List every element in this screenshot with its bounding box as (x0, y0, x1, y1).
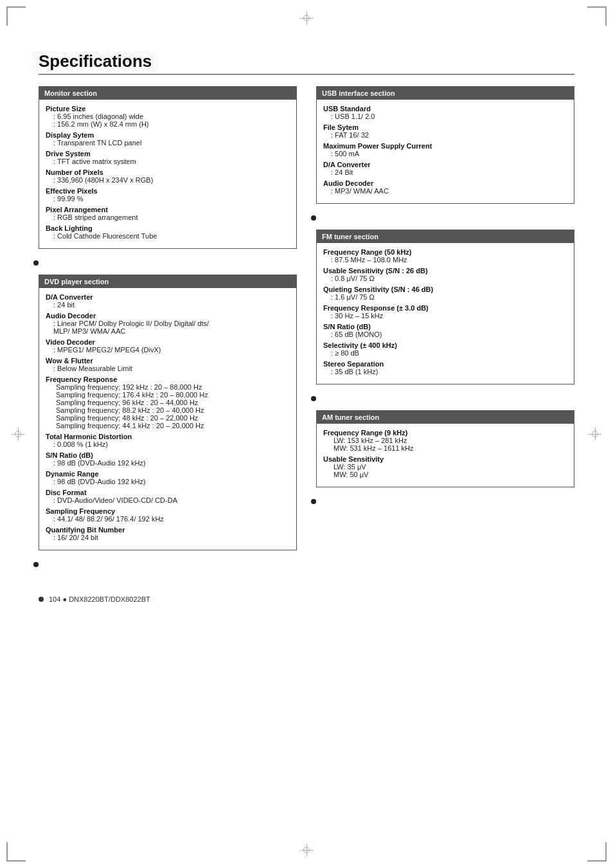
crosshair-right (589, 428, 601, 440)
spec-label: Effective Pixels (46, 187, 290, 195)
spec-usable-sensitivity: Usable Sensitivity (S/N : 26 dB) : 0.8 μ… (323, 267, 567, 282)
am-section-body: Frequency Range (9 kHz) LW: 153 kHz – 28… (317, 424, 574, 487)
left-column: Monitor section Picture Size : 6.95 inch… (39, 86, 297, 576)
spec-value: : 87.5 MHz – 108.0 MHz (323, 256, 567, 264)
spec-value: : 98 dB (DVD-Audio 192 kHz) (46, 459, 290, 467)
spec-number-of-pixels: Number of Pixels : 336,960 (480H x 234V … (46, 168, 290, 184)
spec-usb-standard: USB Standard : USB 1.1/ 2.0 (323, 105, 567, 120)
spec-value: : MPEG1/ MPEG2/ MPEG4 (DivX) (46, 346, 290, 354)
spec-label: Disc Format (46, 489, 290, 496)
spec-value: Sampling frequency; 192 kHz : 20 – 88,00… (46, 383, 290, 391)
spec-label: Picture Size (46, 105, 290, 113)
spec-value: : 500 mA (323, 150, 567, 158)
spec-label: Usable Sensitivity (S/N : 26 dB) (323, 267, 567, 275)
spec-value: : 1.6 μV/ 75 Ω (323, 293, 567, 301)
spec-value: : 0.008 % (1 kHz) (46, 440, 290, 448)
spec-back-lighting: Back Lighting : Cold Cathode Fluorescent… (46, 224, 290, 240)
spec-value: : USB 1.1/ 2.0 (323, 113, 567, 120)
spec-pixel-arrangement: Pixel Arrangement : RGB striped arrangem… (46, 206, 290, 221)
spec-value: : 156.2 mm (W) x 82.4 mm (H) (46, 120, 290, 128)
monitor-section-header: Monitor section (39, 87, 296, 100)
spec-label: Selectivity (± 400 kHz) (323, 341, 567, 349)
fm-section-body: Frequency Range (50 kHz) : 87.5 MHz – 10… (317, 243, 574, 384)
spec-fm-sn-ratio: S/N Ratio (dB) : 65 dB (MONO) (323, 323, 567, 338)
page-number: 104 ● DNX8220BT/DDX8022BT (49, 595, 150, 603)
spec-label: D/A Converter (46, 293, 290, 301)
spec-label: Quieting Sensitivity (S/N : 46 dB) (323, 285, 567, 293)
spec-value: : Below Measurable Limit (46, 365, 290, 372)
page-title: Specifications (39, 51, 152, 71)
spec-label: Drive System (46, 150, 290, 158)
spec-value: Sampling frequency; 44.1 kHz : 20 – 20,0… (46, 422, 290, 429)
spec-label: Frequency Range (9 kHz) (323, 429, 567, 437)
spec-fm-freq-range: Frequency Range (50 kHz) : 87.5 MHz – 10… (323, 248, 567, 264)
spec-audio-decoder: Audio Decoder : Linear PCM/ Dolby Prolog… (46, 312, 290, 335)
monitor-section: Monitor section Picture Size : 6.95 inch… (39, 86, 297, 249)
spec-dynamic-range: Dynamic Range : 98 dB (DVD-Audio 192 kHz… (46, 470, 290, 485)
bullet-separator-3 (314, 213, 574, 224)
spec-value: MW: 531 kHz – 1611 kHz (323, 444, 567, 452)
spec-video-decoder: Video Decoder : MPEG1/ MPEG2/ MPEG4 (Div… (46, 338, 290, 354)
monitor-section-body: Picture Size : 6.95 inches (diagonal) wi… (39, 100, 296, 248)
corner-bracket-tl (6, 6, 26, 26)
dvd-section: DVD player section D/A Converter : 24 bi… (39, 275, 297, 550)
spec-value: Sampling frequency; 88.2 kHz : 20 – 40,0… (46, 406, 290, 414)
spec-value: : 6.95 inches (diagonal) wide (46, 113, 290, 120)
spec-value: MLP/ MP3/ WMA/ AAC (46, 327, 290, 335)
usb-section-body: USB Standard : USB 1.1/ 2.0 File Sytem :… (317, 100, 574, 203)
spec-value: : 35 dB (1 kHz) (323, 368, 567, 375)
bullet-separator-2 (36, 559, 297, 571)
bullet-separator-4 (314, 393, 574, 405)
title-divider (39, 74, 574, 75)
spec-stereo-separation: Stereo Separation : 35 dB (1 kHz) (323, 360, 567, 375)
usb-section: USB interface section USB Standard : USB… (316, 86, 574, 204)
fm-section-header: FM tuner section (317, 230, 574, 243)
crosshair-top (300, 12, 313, 24)
right-column: USB interface section USB Standard : USB… (316, 86, 574, 576)
corner-bracket-bl (6, 842, 26, 862)
spec-value: : 65 dB (MONO) (323, 330, 567, 338)
spec-label: Frequency Response (46, 375, 290, 383)
spec-label: Usable Sensitivity (323, 455, 567, 463)
corner-bracket-br (587, 842, 607, 862)
spec-label: Sampling Frequency (46, 507, 290, 515)
spec-value: : FAT 16/ 32 (323, 131, 567, 139)
spec-label: Maximum Power Supply Current (323, 142, 567, 150)
spec-label: Frequency Range (50 kHz) (323, 248, 567, 256)
spec-picture-size: Picture Size : 6.95 inches (diagonal) wi… (46, 105, 290, 128)
spec-value: MW: 50 μV (323, 471, 567, 478)
spec-value: : 0.8 μV/ 75 Ω (323, 275, 567, 282)
spec-value: : RGB striped arrangement (46, 213, 290, 221)
am-section-header: AM tuner section (317, 411, 574, 424)
spec-da-converter: D/A Converter : 24 bit (46, 293, 290, 309)
spec-frequency-response: Frequency Response Sampling frequency; 1… (46, 375, 290, 429)
spec-quieting-sensitivity: Quieting Sensitivity (S/N : 46 dB) : 1.6… (323, 285, 567, 301)
spec-value: LW: 153 kHz – 281 kHz (323, 437, 567, 444)
spec-label: Stereo Separation (323, 360, 567, 368)
spec-label: Video Decoder (46, 338, 290, 346)
page: Specifications Monitor section Picture S… (0, 0, 613, 868)
spec-value: Sampling frequency; 176.4 kHz : 20 – 80,… (46, 391, 290, 399)
spec-label: Wow & Flutter (46, 357, 290, 365)
am-section: AM tuner section Frequency Range (9 kHz)… (316, 410, 574, 487)
spec-value: : TFT active matrix system (46, 158, 290, 165)
spec-file-system: File Sytem : FAT 16/ 32 (323, 123, 567, 139)
dvd-section-header: DVD player section (39, 275, 296, 288)
spec-sampling-frequency: Sampling Frequency : 44.1/ 48/ 88.2/ 96/… (46, 507, 290, 523)
crosshair-bottom (300, 844, 313, 856)
spec-value: Sampling frequency; 48 kHz : 20 – 22,000… (46, 414, 290, 422)
title-background: Specifications (39, 51, 152, 71)
spec-value: : 24 bit (46, 301, 290, 309)
spec-value: : 336,960 (480H x 234V x RGB) (46, 176, 290, 184)
spec-drive-system: Drive System : TFT active matrix system (46, 150, 290, 165)
spec-label: Frequency Response (± 3.0 dB) (323, 304, 567, 312)
spec-label: Audio Decoder (46, 312, 290, 320)
spec-label: Number of Pixels (46, 168, 290, 176)
spec-display-sytem: Display Sytem : Transparent TN LCD panel (46, 131, 290, 147)
spec-value: : 16/ 20/ 24 bit (46, 534, 290, 541)
bullet-separator-5 (314, 496, 574, 508)
spec-audio-decoder-usb: Audio Decoder : MP3/ WMA/ AAC (323, 179, 567, 195)
spec-am-usable-sensitivity: Usable Sensitivity LW: 35 μV MW: 50 μV (323, 455, 567, 478)
content-columns: Monitor section Picture Size : 6.95 inch… (39, 86, 574, 576)
spec-label: Back Lighting (46, 224, 290, 232)
